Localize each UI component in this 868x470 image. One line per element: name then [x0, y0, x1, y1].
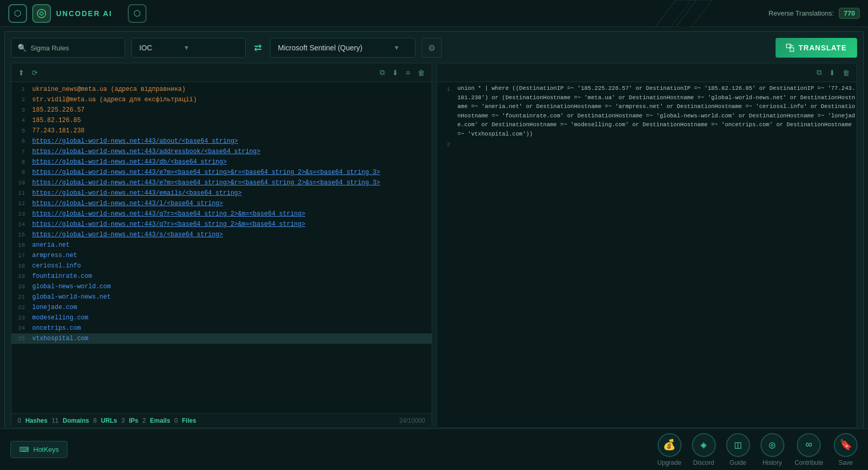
line-number: 24: [11, 323, 30, 333]
ips-count[interactable]: IPs: [129, 417, 138, 424]
line-content: str.vidil@meta.ua (адреса для ексфільтра…: [30, 95, 432, 105]
table-row: 24oncetrips.com: [11, 323, 432, 333]
filter-button-left[interactable]: ≡: [404, 67, 411, 78]
line-content: armpress.net: [30, 250, 432, 261]
table-row: 9https://global-world-news.net:443/e?m=<…: [11, 167, 432, 178]
settings-button[interactable]: ⚙: [422, 38, 442, 58]
table-row: 19fountainrate.com: [11, 271, 432, 281]
nav-icon-right[interactable]: ⬡: [128, 4, 146, 23]
line-content: [456, 139, 857, 150]
line-content: global-world-news.net: [30, 292, 432, 302]
line-content: https://global-world-news.net:443/s/<bas…: [30, 230, 432, 240]
upgrade-action[interactable]: 💰Upgrade: [658, 433, 682, 466]
copy-button-left[interactable]: ⧉: [378, 66, 386, 78]
refresh-button[interactable]: ⟳: [30, 67, 39, 78]
line-content: fountainrate.com: [30, 271, 432, 281]
line-number: 13: [11, 209, 30, 219]
contribute-action[interactable]: ∞Contribute: [795, 433, 823, 466]
swap-button[interactable]: ⇄: [252, 40, 264, 56]
left-editor-toolbar: ⬆ ⟳ ⧉ ⬇ ≡ 🗑: [11, 63, 432, 82]
line-number: 18: [11, 261, 30, 271]
left-editor: ⬆ ⟳ ⧉ ⬇ ≡ 🗑 1ukraine_news@meta.ua (адрес…: [11, 63, 432, 428]
domains-count[interactable]: Domains: [63, 417, 89, 424]
search-input[interactable]: [31, 44, 118, 52]
translate-label: TRANSLATE: [798, 44, 847, 52]
bottom-bar: ⌨ HotKeys 💰Upgrade◈Discord◫Guide◎History…: [0, 428, 868, 470]
line-number: 2: [437, 139, 456, 150]
line-number: 12: [11, 198, 30, 209]
right-editor-content[interactable]: 1union * | where ((DestinationIP =~ '185…: [437, 82, 857, 427]
line-number: 11: [11, 188, 30, 198]
discord-action[interactable]: ◈Discord: [692, 433, 716, 466]
line-content: https://global-world-news.net:443/q?r=<b…: [30, 209, 432, 219]
target-dropdown-arrow: ▼: [394, 44, 400, 51]
logo: ⬡ UNCODER AI: [8, 4, 112, 23]
files-count[interactable]: Files: [182, 417, 196, 424]
table-row: 11https://global-world-news.net:443/emai…: [11, 188, 432, 198]
logo-text: UNCODER AI: [56, 9, 112, 18]
hotkeys-button[interactable]: ⌨ HotKeys: [10, 441, 68, 458]
table-row: 15https://global-world-news.net:443/s/<b…: [11, 230, 432, 240]
download-button-right[interactable]: ⬇: [827, 67, 837, 78]
search-icon: 🔍: [18, 44, 26, 52]
save-icon: 🔖: [834, 433, 858, 457]
left-editor-status: 0 Hashes 11 Domains 8 URLs 3 IPs 2 Email…: [11, 413, 432, 427]
target-label: Microsoft Sentinel (Query): [278, 44, 363, 52]
line-number: 21: [11, 292, 30, 302]
table-row: 1ukraine_news@meta.ua (адреса відправник…: [11, 84, 432, 95]
table-row: 3185.225.226.57: [11, 105, 432, 115]
line-content: https://global-world-news.net:443/db/<ba…: [30, 157, 432, 167]
table-row: 17armpress.net: [11, 250, 432, 261]
line-content: https://global-world-news.net:443/e?m=<b…: [30, 178, 432, 188]
line-number: 19: [11, 271, 30, 281]
svg-point-0: [37, 9, 46, 18]
left-editor-content[interactable]: 1ukraine_news@meta.ua (адреса відправник…: [11, 82, 432, 413]
delete-button-right[interactable]: 🗑: [841, 67, 851, 78]
line-number: 10: [11, 178, 30, 188]
ips-count-val: 3: [121, 417, 125, 424]
target-dropdown[interactable]: Microsoft Sentinel (Query) ▼: [270, 38, 416, 58]
ioc-dropdown[interactable]: IOC ▼: [131, 38, 246, 58]
guide-action[interactable]: ◫Guide: [726, 433, 750, 466]
line-number: 23: [11, 313, 30, 323]
line-number: 9: [11, 167, 30, 178]
table-row: 577.243.181.238: [11, 126, 432, 136]
table-row: 2: [437, 139, 857, 150]
upload-button[interactable]: ⬆: [17, 67, 26, 78]
delete-button-left[interactable]: 🗑: [416, 67, 426, 78]
table-row: 20global-news-world.com: [11, 281, 432, 292]
save-action[interactable]: 🔖Save: [834, 433, 858, 466]
line-content: https://global-world-news.net:443/l/<bas…: [30, 198, 432, 209]
line-content: https://global-world-news.net:443/e?m=<b…: [30, 167, 432, 178]
table-row: 22lonejade.com: [11, 302, 432, 313]
line-number: 14: [11, 219, 30, 230]
line-number: 1: [437, 84, 456, 139]
logo-icon: ⬡: [8, 4, 27, 23]
emails-count[interactable]: Emails: [150, 417, 170, 424]
line-number: 8: [11, 157, 30, 167]
line-content: global-news-world.com: [30, 281, 432, 292]
main-logo-icon: [32, 4, 51, 23]
download-button-left[interactable]: ⬇: [391, 67, 400, 78]
upgrade-label: Upgrade: [658, 459, 682, 466]
line-content: aneria.net: [30, 240, 432, 250]
line-number: 3: [11, 105, 30, 115]
line-number: 17: [11, 250, 30, 261]
save-label: Save: [838, 459, 852, 466]
copy-button-right[interactable]: ⧉: [815, 66, 823, 78]
char-count: 24/10000: [399, 417, 425, 424]
search-box[interactable]: 🔍: [11, 38, 125, 58]
line-content: ukraine_news@meta.ua (адреса відправника…: [30, 84, 432, 95]
hashes-count[interactable]: Hashes: [25, 417, 48, 424]
contribute-icon: ∞: [797, 433, 821, 457]
table-row: 8https://global-world-news.net:443/db/<b…: [11, 157, 432, 167]
urls-count[interactable]: URLs: [101, 417, 117, 424]
ioc-dropdown-arrow: ▼: [183, 44, 190, 51]
hotkeys-label: HotKeys: [33, 446, 59, 453]
line-number: 25: [11, 333, 30, 344]
line-number: 4: [11, 115, 30, 126]
history-action[interactable]: ◎History: [760, 433, 784, 466]
line-number: 22: [11, 302, 30, 313]
guide-label: Guide: [730, 459, 746, 466]
translate-button[interactable]: TRANSLATE: [776, 38, 857, 58]
